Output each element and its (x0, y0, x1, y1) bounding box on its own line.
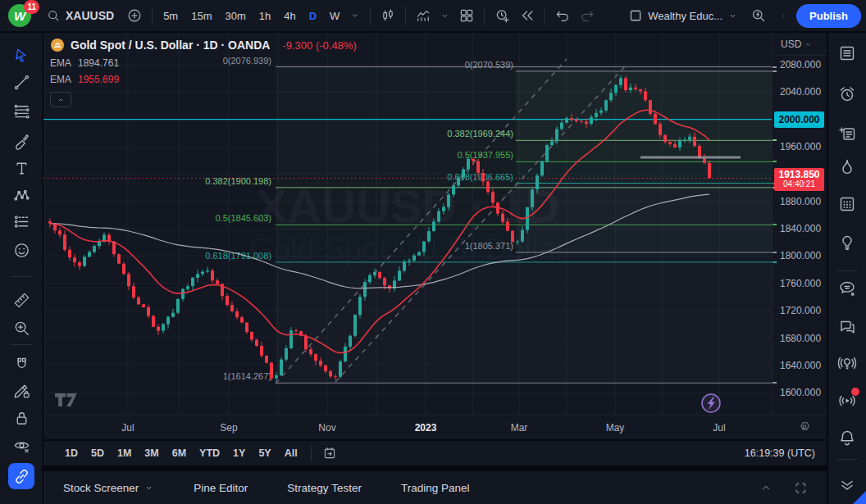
lightning-search-icon (750, 7, 767, 24)
ideas-panel-button[interactable] (834, 229, 860, 255)
alerts-panel-button[interactable] (834, 81, 860, 107)
zoom-in-tool[interactable] (8, 315, 34, 341)
indicators-menu-button[interactable] (435, 7, 454, 25)
magnet-tool[interactable] (8, 351, 34, 377)
price-tick: 2040.000 (780, 86, 821, 98)
hide-drawings-tool[interactable] (8, 432, 34, 458)
redo-button[interactable] (575, 3, 599, 28)
publish-button[interactable]: Publish (796, 4, 861, 28)
notifications-panel-button[interactable] (834, 425, 860, 451)
range-1y[interactable]: 1Y (226, 444, 252, 462)
range-buttons: 1D5D1M3M6MYTD1Y5YAll (58, 444, 304, 462)
trend-line-tool[interactable] (8, 69, 34, 95)
fib-retracement-tool[interactable] (8, 98, 34, 124)
range-1m[interactable]: 1M (111, 444, 138, 462)
current-symbol: XAUUSD (66, 9, 114, 22)
quick-search-button[interactable] (746, 3, 771, 28)
chart-settings-button[interactable] (797, 420, 812, 434)
watchlist-panel-button[interactable] (834, 40, 860, 66)
chart-canvas[interactable]: XAUUSD · 1D Gold Spot · U.S. Dollar 0(20… (43, 33, 772, 415)
toolbar-divider (152, 7, 153, 25)
bulb-icon (837, 232, 857, 252)
prediction-icon (12, 212, 31, 231)
cursor-tool[interactable] (8, 42, 34, 68)
timeframe-15m[interactable]: 15m (185, 6, 217, 26)
range-ytd[interactable]: YTD (193, 444, 226, 462)
tab-strategy-tester[interactable]: Strategy Tester (282, 481, 367, 495)
range-1d[interactable]: 1D (58, 444, 84, 462)
create-alert-button[interactable] (490, 3, 515, 29)
timeframe-menu-button[interactable] (345, 6, 365, 25)
main-menu-button[interactable]: W 11 (5, 2, 38, 30)
range-3m[interactable]: 3M (138, 444, 165, 462)
link-icon (12, 467, 31, 486)
time-axis[interactable]: JulSepNov2023MarMayJul (43, 415, 827, 439)
live-ideas-panel-button[interactable] (834, 350, 860, 376)
chat-panel-button[interactable] (834, 313, 860, 339)
expand-panel-button[interactable] (755, 477, 777, 498)
hotlists-panel-button[interactable] (834, 154, 860, 180)
range-6m[interactable]: 6M (166, 444, 193, 462)
timeframe-d[interactable]: D (303, 6, 322, 26)
lock-icon (12, 409, 31, 428)
price-tick: 1840.000 (780, 223, 821, 234)
stay-in-drawing-mode-tool[interactable] (8, 377, 34, 403)
journal-panel-button[interactable] (834, 120, 860, 147)
timeframe-4h[interactable]: 4h (278, 6, 301, 26)
timeframe-1h[interactable]: 1h (253, 6, 276, 26)
emoji-icon (12, 241, 31, 260)
tab-stock-screener[interactable]: Stock Screener (58, 481, 159, 495)
prediction-tool[interactable] (8, 208, 34, 234)
time-tick: Mar (511, 422, 528, 434)
text-tool[interactable] (8, 155, 34, 181)
symbol-search-button[interactable]: XAUUSD (38, 5, 122, 26)
lock-drawings-tool[interactable] (8, 405, 34, 431)
range-5d[interactable]: 5D (84, 444, 111, 462)
price-tick: 1600.000 (780, 387, 821, 398)
streams-panel-button[interactable] (834, 388, 860, 414)
collapse-toolbar-button[interactable] (774, 7, 793, 25)
sync-drawings-tool[interactable] (8, 463, 34, 489)
fib-level-tick (773, 382, 777, 384)
caldots-icon (837, 194, 857, 214)
undo-button[interactable] (550, 3, 575, 28)
timeframe-w[interactable]: W (324, 6, 345, 26)
measure-tool[interactable] (8, 287, 34, 313)
timeframe-group: 5m15m30m1h4hDW (157, 6, 345, 26)
layout-templates-button[interactable] (454, 3, 479, 28)
xabcd-pattern-tool[interactable] (8, 182, 34, 208)
axis-divider (773, 55, 827, 56)
indicator-row[interactable]: EMA 1894.761 (50, 57, 357, 69)
symbol-title[interactable]: Gold Spot / U.S. Dollar · 1D · OANDA (71, 39, 270, 52)
chart-style-button[interactable] (376, 3, 400, 28)
go-to-date-button[interactable] (318, 442, 341, 465)
timeframe-5m[interactable]: 5m (157, 6, 184, 26)
toolbar-divider (11, 344, 32, 345)
corner-resize-arrow[interactable] (853, 491, 866, 504)
currency-selector[interactable]: USD (781, 39, 813, 50)
server-clock[interactable]: 16:19:39 (UTC) (745, 447, 815, 459)
svg-text:0.5(1845.603): 0.5(1845.603) (216, 213, 272, 223)
timeframe-30m[interactable]: 30m (219, 6, 251, 26)
emoji-tool[interactable] (8, 237, 34, 263)
brush-tool[interactable] (8, 128, 34, 154)
range-5y[interactable]: 5Y (252, 444, 277, 462)
collapse-legend-button[interactable] (50, 92, 71, 107)
calendar-panel-button[interactable] (834, 191, 860, 217)
tradingview-app: W 11 XAUUSD 5m15m30m1h4hDW (0, 0, 866, 504)
fullscreen-corners-icon (794, 481, 808, 495)
time-tick: Jul (713, 422, 725, 434)
indicator-row[interactable]: EMA 1955.699 (50, 74, 357, 85)
compare-add-button[interactable] (122, 3, 147, 28)
ema-value: 1955.699 (78, 74, 119, 85)
tabs-right-cluster (755, 477, 812, 499)
tab-pine-editor[interactable]: Pine Editor (189, 481, 253, 495)
range-all[interactable]: All (278, 444, 304, 462)
price-axis[interactable]: USD 2080.0002040.0002000.0001960.0001920… (772, 33, 827, 415)
indicators-button[interactable] (411, 3, 435, 28)
minds-panel-button[interactable] (834, 275, 860, 302)
tab-trading-panel[interactable]: Trading Panel (396, 481, 475, 495)
bar-replay-button[interactable] (515, 3, 540, 28)
fullscreen-button[interactable] (790, 477, 812, 499)
layout-select-button[interactable]: Wealthy Educ... (623, 5, 743, 26)
